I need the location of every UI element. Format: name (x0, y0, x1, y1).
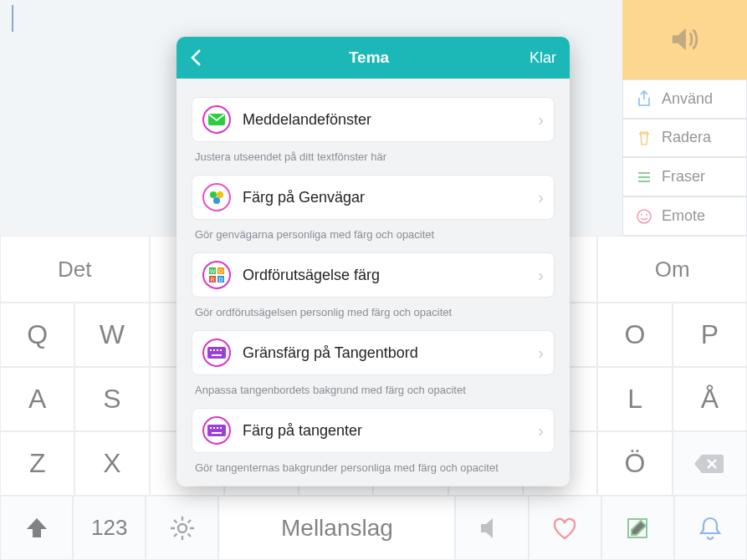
svg-rect-21 (220, 349, 222, 351)
keyboard-icon (202, 339, 231, 367)
svg-rect-24 (210, 427, 212, 429)
setting-section-message-window: Meddelandefönster › Justera utseendet på… (192, 97, 555, 163)
svg-rect-17 (207, 347, 226, 359)
setting-section-keyboard-border: Gränsfärg på Tangentbord › Anpassa tange… (192, 330, 555, 396)
setting-row-shortcut-color[interactable]: Färg på Genvägar › (192, 175, 555, 220)
modal-header: Tema Klar (177, 37, 570, 79)
svg-rect-22 (212, 354, 222, 356)
svg-rect-19 (213, 349, 215, 351)
done-button[interactable]: Klar (514, 49, 556, 67)
setting-description: Anpassa tangenbordets bakgrund med färg … (195, 384, 551, 396)
setting-label: Färg på Genvägar (243, 189, 526, 206)
setting-label: Gränsfärg på Tangentbord (243, 344, 526, 362)
setting-description: Gör genvägarna personliga med färg och o… (195, 228, 551, 241)
setting-row-key-color[interactable]: Färg på tangenter › (192, 408, 555, 453)
setting-row-text-color[interactable]: AA Textfärg › (192, 486, 555, 486)
modal-title: Tema (223, 48, 514, 67)
word-grid-icon: W O R D (202, 261, 231, 289)
svg-rect-23 (207, 425, 226, 436)
modal-body[interactable]: Meddelandefönster › Justera utseendet på… (177, 79, 570, 486)
setting-label: Meddelandefönster (243, 111, 526, 129)
keyboard-icon (202, 416, 231, 445)
svg-point-8 (213, 197, 220, 204)
theme-modal: Tema Klar Meddelandefönster › Justera ut… (177, 37, 570, 486)
setting-description: Gör ordförutsägelsen personlig med färg … (195, 306, 551, 318)
svg-rect-27 (220, 427, 222, 429)
chevron-right-icon: › (538, 110, 544, 130)
svg-text:O: O (218, 268, 223, 274)
back-button[interactable] (190, 48, 223, 67)
setting-section-text-color: AA Textfärg › (192, 486, 555, 486)
chevron-right-icon: › (538, 344, 544, 363)
setting-row-keyboard-border[interactable]: Gränsfärg på Tangentbord › (192, 330, 555, 375)
setting-description: Justera utseendet på ditt textfönster hä… (195, 150, 551, 163)
svg-text:W: W (210, 268, 216, 274)
svg-point-7 (217, 191, 223, 198)
svg-rect-25 (213, 427, 215, 429)
setting-label: Ordförutsägelse färg (243, 267, 526, 284)
setting-section-shortcut-color: Färg på Genvägar › Gör genvägarna person… (192, 175, 555, 241)
svg-text:D: D (218, 277, 223, 283)
svg-point-6 (210, 191, 217, 198)
setting-section-key-color: Färg på tangenter › Gör tangenternas bak… (192, 408, 555, 474)
chevron-right-icon: › (538, 188, 544, 207)
setting-description: Gör tangenternas bakgrunder personliga m… (195, 461, 551, 474)
svg-text:R: R (210, 277, 214, 283)
chevron-right-icon: › (538, 421, 544, 440)
palette-icon (202, 183, 231, 211)
setting-label: Färg på tangenter (243, 422, 526, 440)
setting-section-prediction-color: W O R D Ordförutsägelse färg › Gör ordfö… (192, 252, 555, 318)
chevron-left-icon (190, 48, 202, 67)
svg-rect-20 (217, 349, 218, 351)
chevron-right-icon: › (538, 266, 544, 285)
svg-rect-18 (210, 349, 212, 351)
svg-rect-26 (217, 427, 218, 429)
envelope-icon (202, 105, 231, 134)
setting-row-message-window[interactable]: Meddelandefönster › (192, 97, 555, 142)
svg-rect-28 (212, 432, 222, 434)
setting-row-prediction-color[interactable]: W O R D Ordförutsägelse färg › (192, 252, 555, 298)
